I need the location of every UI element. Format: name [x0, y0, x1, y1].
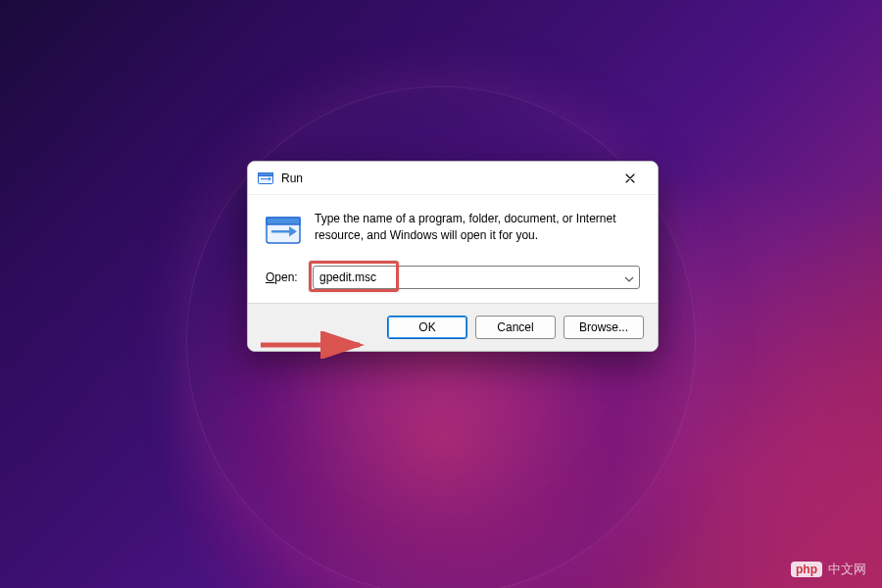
dialog-footer: OK Cancel Browse...	[248, 303, 658, 351]
dialog-body: Type the name of a program, folder, docu…	[248, 195, 658, 303]
close-button[interactable]	[611, 165, 650, 192]
open-input[interactable]	[313, 266, 640, 289]
watermark-text: 中文网	[828, 561, 866, 578]
svg-rect-5	[271, 230, 289, 233]
svg-rect-1	[259, 172, 273, 175]
watermark: php 中文网	[791, 561, 866, 578]
svg-rect-4	[267, 218, 300, 224]
dialog-title: Run	[281, 172, 611, 185]
close-icon	[625, 173, 635, 183]
ok-button[interactable]: OK	[387, 316, 467, 339]
svg-rect-2	[261, 178, 269, 179]
open-combo	[313, 266, 640, 289]
run-dialog: Run Type the name of a program, folder, …	[247, 161, 659, 352]
watermark-logo: php	[791, 562, 822, 577]
run-large-icon	[266, 213, 301, 248]
dialog-description: Type the name of a program, folder, docu…	[315, 211, 640, 248]
open-label: Open:	[266, 270, 303, 284]
browse-button[interactable]: Browse...	[564, 316, 644, 339]
titlebar[interactable]: Run	[248, 162, 658, 195]
cancel-button[interactable]: Cancel	[475, 316, 556, 339]
run-icon	[258, 171, 273, 186]
